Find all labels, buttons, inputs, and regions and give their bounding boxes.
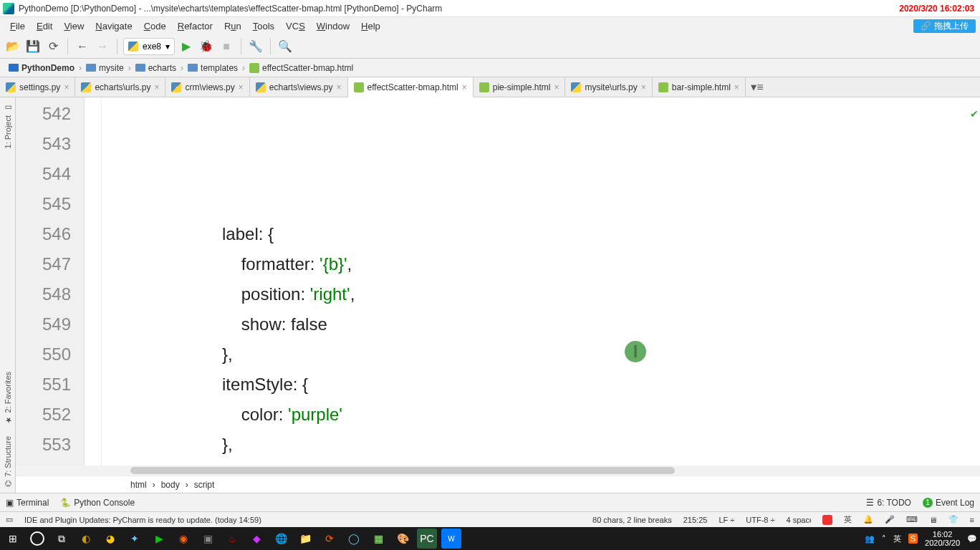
cortana-button[interactable]: [27, 529, 47, 549]
crumb-folder[interactable]: templates: [183, 63, 242, 73]
taskbar-app-pycharm[interactable]: PC: [417, 529, 437, 549]
code-content[interactable]: ✔ I label: { formatter: '{b}', position:…: [102, 97, 980, 465]
taskbar-app[interactable]: ⟳: [320, 529, 340, 549]
status-eol[interactable]: LF ÷: [719, 516, 734, 524]
cloud-upload-button[interactable]: 🔗 拖拽上传: [913, 19, 976, 33]
crumb-folder[interactable]: echarts: [131, 63, 181, 73]
taskbar-app-chrome[interactable]: 🌐: [271, 529, 291, 549]
status-tray-icon[interactable]: 🖥: [929, 516, 937, 524]
taskbar-app[interactable]: ◕: [100, 529, 120, 549]
taskbar-app-explorer[interactable]: 📁: [295, 529, 315, 549]
status-indicator-icon[interactable]: ▭: [6, 515, 13, 524]
taskbar-app[interactable]: 🎨: [393, 529, 413, 549]
tray-chevron-up-icon[interactable]: ˄: [882, 534, 886, 544]
task-view-button[interactable]: ⧉: [52, 529, 72, 549]
python-console-tab[interactable]: 🐍 Python Console: [60, 498, 135, 508]
code-line[interactable]: label: {: [107, 219, 980, 249]
menu-edit[interactable]: Edit: [31, 21, 58, 32]
menu-file[interactable]: File: [4, 21, 31, 32]
event-log-tab[interactable]: 1 Event Log: [923, 498, 974, 508]
save-button[interactable]: 💾: [24, 38, 42, 55]
taskbar-app[interactable]: ◯: [344, 529, 364, 549]
status-caret-pos[interactable]: 215:25: [683, 516, 708, 524]
tray-sogou-icon[interactable]: S: [908, 534, 918, 544]
stop-button[interactable]: ■: [218, 38, 235, 55]
search-button[interactable]: 🔍: [277, 38, 294, 55]
status-tray-icon[interactable]: 🎤: [885, 515, 895, 524]
close-icon[interactable]: ×: [641, 82, 646, 92]
run-config-select[interactable]: exe8 ▾: [123, 38, 175, 55]
menu-window[interactable]: Window: [311, 21, 355, 32]
code-line[interactable]: },: [107, 430, 980, 460]
close-icon[interactable]: ×: [337, 82, 342, 92]
todo-tab[interactable]: ☰ 6: TODO: [866, 498, 911, 508]
status-tray-icon[interactable]: 🔔: [863, 515, 873, 524]
menu-vcs[interactable]: VCS: [280, 21, 311, 32]
status-tray-icon[interactable]: ⌨: [906, 515, 918, 524]
editor-tab[interactable]: bar-simple.html×: [653, 77, 746, 97]
tray-notifications-icon[interactable]: 💬: [967, 534, 977, 544]
menu-refactor[interactable]: Refactor: [172, 21, 218, 32]
menu-code[interactable]: Code: [138, 21, 172, 32]
editor-tab[interactable]: echarts\views.py×: [250, 77, 348, 97]
menu-tools[interactable]: Tools: [247, 21, 280, 32]
editor-tab[interactable]: crm\views.py×: [165, 77, 249, 97]
terminal-tab[interactable]: ▣ Terminal: [6, 498, 49, 508]
favorites-tool-tab[interactable]: ★ 2: Favorites: [1, 366, 14, 430]
tray-people-icon[interactable]: 👥: [865, 534, 875, 544]
forward-button[interactable]: →: [94, 38, 111, 55]
tabs-overflow-button[interactable]: ▾≡: [746, 77, 769, 97]
taskbar-app[interactable]: ✦: [125, 529, 145, 549]
menu-run[interactable]: Run: [218, 21, 247, 32]
close-icon[interactable]: ×: [554, 82, 559, 92]
code-line[interactable]: },: [107, 339, 980, 370]
open-button[interactable]: 📂: [4, 38, 21, 55]
structure-tool-tab[interactable]: ⌬ 7: Structure: [1, 430, 14, 493]
status-tray-icon[interactable]: ≡: [970, 516, 974, 524]
editor-tab[interactable]: pie-simple.html×: [474, 77, 566, 97]
code-line[interactable]: position: 'right',: [107, 279, 980, 309]
editor-tab[interactable]: settings.py×: [0, 77, 75, 97]
code-line[interactable]: show: false: [107, 309, 980, 339]
crumb-root[interactable]: PythonDemo: [4, 63, 79, 73]
menu-help[interactable]: Help: [355, 21, 386, 32]
close-icon[interactable]: ×: [462, 82, 467, 92]
sogou-ime-icon[interactable]: [822, 515, 832, 525]
run-button[interactable]: ▶: [178, 38, 195, 55]
taskbar-app[interactable]: ▶: [149, 529, 169, 549]
status-indent[interactable]: 4 spaces: [787, 516, 811, 524]
close-icon[interactable]: ×: [64, 82, 69, 92]
back-button[interactable]: ←: [74, 38, 91, 55]
taskbar-app[interactable]: ▦: [368, 529, 388, 549]
code-line[interactable]: emphasis: {: [107, 460, 980, 465]
taskbar-app[interactable]: ◉: [173, 529, 193, 549]
taskbar-app[interactable]: ▣: [198, 529, 218, 549]
close-icon[interactable]: ×: [734, 82, 739, 92]
close-icon[interactable]: ×: [154, 82, 159, 92]
taskbar-app[interactable]: ◐: [76, 529, 96, 549]
sync-button[interactable]: ⟳: [44, 38, 62, 55]
code-line[interactable]: color: 'purple': [107, 400, 980, 430]
horizontal-scrollbar[interactable]: [16, 465, 980, 476]
fold-strip[interactable]: [85, 97, 102, 465]
start-button[interactable]: ⊞: [3, 529, 23, 549]
taskbar-app[interactable]: ♨: [222, 529, 242, 549]
editor-tab[interactable]: mysite\urls.py×: [565, 77, 652, 97]
status-encoding[interactable]: UTF-8 ÷: [746, 516, 774, 524]
editor-tab[interactable]: effectScatter-bmap.html×: [348, 77, 474, 97]
debug-button[interactable]: 🐞: [198, 38, 215, 55]
code-crumb[interactable]: body: [161, 480, 180, 490]
code-editor[interactable]: 542543544545546547548549550551552553 ✔ I…: [16, 97, 980, 465]
close-icon[interactable]: ×: [239, 82, 244, 92]
editor-tab[interactable]: echarts\urls.py×: [75, 77, 165, 97]
status-tray-icon[interactable]: 👕: [948, 515, 959, 524]
taskbar-app[interactable]: ◆: [246, 529, 266, 549]
settings-button[interactable]: 🔧: [247, 38, 264, 55]
code-line[interactable]: formatter: '{b}',: [107, 249, 980, 279]
tray-ime[interactable]: 英: [893, 534, 901, 544]
taskbar-app-wps[interactable]: W: [441, 529, 461, 549]
code-crumb[interactable]: html: [130, 480, 147, 490]
crumb-file[interactable]: effectScatter-bmap.html: [245, 63, 357, 73]
crumb-folder[interactable]: mysite: [82, 63, 128, 73]
project-tool-tab[interactable]: 1: Project ▭: [1, 97, 14, 154]
